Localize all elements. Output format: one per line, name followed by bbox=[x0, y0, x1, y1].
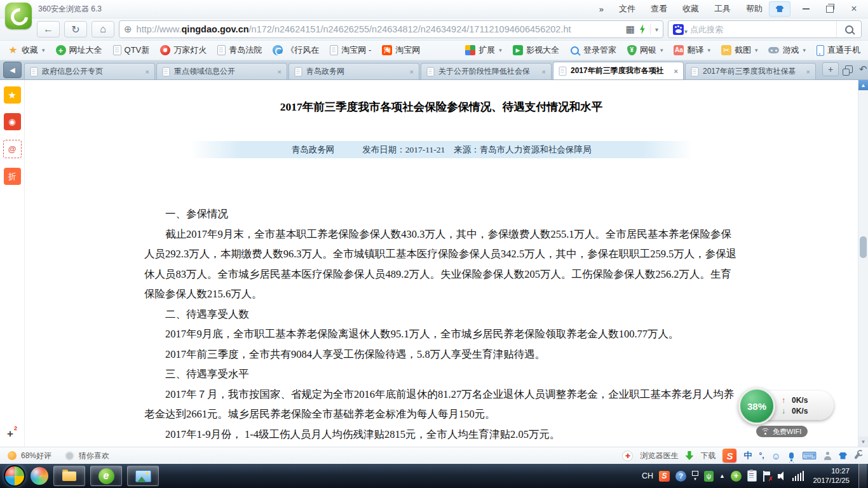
sidebar-weibo-button[interactable]: ◉ bbox=[4, 113, 21, 130]
bookmark-qtv[interactable]: QTV新 bbox=[113, 44, 150, 56]
duplicate-tab-button[interactable] bbox=[845, 65, 853, 73]
menu-view[interactable]: 查看 bbox=[651, 3, 667, 15]
ime-punctuation-toggle[interactable]: °, bbox=[759, 451, 764, 460]
bookmark-site-nav[interactable]: + 网址大全 bbox=[56, 44, 102, 56]
tab-gov-info[interactable]: 政府信息公开专页 × bbox=[24, 63, 155, 79]
tab-close-icon[interactable]: × bbox=[410, 68, 414, 76]
bookmark-taobao[interactable]: 淘 淘宝网 bbox=[382, 44, 420, 56]
search-button[interactable] bbox=[836, 21, 861, 37]
network-signal-icon[interactable] bbox=[792, 471, 804, 481]
sidebar-favorites-button[interactable]: ★ bbox=[4, 86, 21, 104]
taskbar-clock[interactable]: 10:27 2017/12/25 bbox=[813, 466, 850, 485]
skin-button[interactable] bbox=[769, 1, 790, 17]
minimize-button[interactable] bbox=[796, 2, 816, 16]
start-button[interactable] bbox=[4, 465, 25, 487]
scrollbar-thumb[interactable] bbox=[860, 236, 867, 258]
netbank-button[interactable]: ¥ 网银 ▾ bbox=[627, 44, 663, 56]
taskbar-explorer-button[interactable] bbox=[53, 466, 85, 486]
video-hub-button[interactable]: ▶ 影视大全 bbox=[513, 44, 559, 56]
sogou-ime-icon[interactable]: S bbox=[722, 449, 736, 463]
tray-sogou-icon[interactable]: S bbox=[659, 471, 670, 482]
tab-social-insurance-notice[interactable]: 关于公开阶段性降低社会保 × bbox=[421, 63, 552, 79]
bookmark-wanjia[interactable]: 万家灯火 bbox=[160, 44, 207, 56]
menu-tools[interactable]: 工具 bbox=[714, 3, 731, 15]
baidu-paw-icon[interactable] bbox=[673, 24, 684, 35]
scrollbar[interactable]: ▲ ▼ bbox=[858, 80, 868, 447]
sidebar-taobao-deals-button[interactable]: 折 bbox=[4, 168, 21, 185]
tray-ime-toolbar-icon[interactable]: ▾ bbox=[692, 471, 698, 481]
blue-globe-icon bbox=[273, 45, 283, 55]
wrench-icon[interactable] bbox=[854, 452, 860, 459]
extensions-button[interactable]: 扩展 ▾ bbox=[465, 44, 502, 56]
home-button[interactable]: ⌂ bbox=[92, 21, 114, 37]
tab-close-icon[interactable]: × bbox=[278, 68, 281, 76]
login-manager-button[interactable]: 登录管家 bbox=[570, 44, 616, 56]
network-speed-widget[interactable]: ↑0K/s ↓0K/s 38% 免费WIFI bbox=[738, 388, 835, 438]
bookmark-favorites[interactable]: ★ 收藏 ▾ bbox=[8, 44, 45, 56]
phone-link-button[interactable]: 直通手机 bbox=[817, 44, 860, 56]
tray-360-icon[interactable]: + bbox=[731, 471, 742, 482]
tab-qingdao-gov[interactable]: 青岛政务网 × bbox=[288, 63, 419, 79]
translate-button[interactable]: Aa 翻译 ▾ bbox=[674, 44, 710, 56]
scroll-down-button[interactable]: ▼ bbox=[858, 437, 868, 447]
close-button[interactable]: × bbox=[844, 2, 864, 16]
tray-help-icon[interactable]: ? bbox=[675, 471, 686, 482]
free-wifi-button[interactable]: 免费WIFI bbox=[756, 426, 808, 437]
account-icon[interactable] bbox=[824, 452, 832, 460]
suggestions-button[interactable]: 猜你喜欢 bbox=[79, 451, 109, 461]
sidebar-add-button[interactable]: +2 bbox=[0, 428, 24, 440]
volume-icon[interactable] bbox=[778, 471, 787, 480]
reopen-closed-tab-button[interactable]: ↶ bbox=[859, 64, 867, 75]
taskbar-sogou-icon[interactable] bbox=[31, 467, 48, 485]
url-text[interactable]: http://www.qingdao.gov.cn/n172/n24624151… bbox=[137, 24, 621, 34]
keyboard-icon[interactable]: ⌨ bbox=[802, 450, 817, 462]
download-icon[interactable] bbox=[685, 451, 693, 460]
action-center-icon[interactable] bbox=[747, 470, 757, 482]
taskbar-360-browser-button[interactable]: e bbox=[90, 466, 122, 486]
emoji-icon[interactable]: ☺ bbox=[771, 451, 781, 461]
ime-language-toggle[interactable]: 中 bbox=[743, 450, 752, 461]
tab-q3-social-fund[interactable]: 2017年前三季度我市社保基 × bbox=[685, 63, 816, 79]
usb-device-icon[interactable]: ψ bbox=[704, 471, 714, 482]
show-desktop-button[interactable] bbox=[858, 464, 867, 488]
system-flag-alert-icon[interactable]: ✗ bbox=[763, 471, 772, 482]
browser-doctor-icon[interactable]: ✚ bbox=[622, 451, 633, 461]
new-tab-button[interactable]: + bbox=[822, 62, 839, 76]
mic-icon[interactable] bbox=[789, 452, 794, 459]
search-engine-dropdown-icon[interactable]: ▾ bbox=[684, 28, 688, 35]
refresh-button[interactable]: ↻ bbox=[64, 21, 87, 37]
tab-q3-insurance-active[interactable]: 2017年前三季度我市各项社 × bbox=[553, 62, 684, 79]
menu-help[interactable]: 帮助 bbox=[746, 3, 763, 15]
menu-overflow-icon[interactable]: » bbox=[599, 4, 604, 14]
download-button[interactable]: 下载 bbox=[700, 451, 715, 461]
restore-button[interactable] bbox=[820, 2, 840, 16]
bookmark-taobao-doc[interactable]: 淘宝网 - bbox=[330, 44, 371, 56]
screenshot-button[interactable]: ✂ 截图 ▾ bbox=[721, 44, 758, 56]
menu-file[interactable]: 文件 bbox=[619, 3, 635, 15]
bookmark-xingfeng[interactable]: 《行风在 bbox=[273, 44, 319, 56]
taskbar-image-viewer-button[interactable] bbox=[127, 466, 159, 486]
scroll-up-button[interactable]: ▲ bbox=[858, 80, 868, 90]
tab-close-icon[interactable]: × bbox=[542, 68, 546, 76]
url-dropdown-icon[interactable]: ▾ bbox=[655, 26, 658, 33]
qr-code-icon[interactable]: ▦ bbox=[626, 24, 635, 35]
browser-doctor-button[interactable]: 浏览器医生 bbox=[640, 451, 678, 461]
tab-close-icon[interactable]: × bbox=[674, 67, 678, 75]
search-input[interactable] bbox=[689, 24, 836, 35]
speed-mode-icon[interactable] bbox=[639, 24, 646, 34]
back-button[interactable]: ← bbox=[37, 21, 60, 37]
tab-close-icon[interactable]: × bbox=[806, 68, 810, 76]
ime-skin-icon[interactable] bbox=[839, 452, 847, 459]
tab-close-icon[interactable]: × bbox=[146, 68, 149, 76]
address-bar[interactable]: ⊕ http://www.qingdao.gov.cn/n172/n246241… bbox=[119, 20, 663, 38]
sidebar-mention-button[interactable]: @ bbox=[3, 140, 22, 158]
tray-expand-icon[interactable]: ▲ bbox=[719, 473, 725, 479]
games-button[interactable]: 游戏 ▾ bbox=[768, 44, 806, 56]
tab-key-areas[interactable]: 重点领域信息公开 × bbox=[156, 63, 287, 79]
tab-list-button[interactable]: ◀ bbox=[3, 62, 22, 78]
menu-favorites[interactable]: 收藏 bbox=[682, 3, 699, 15]
memory-percent-badge[interactable]: 38% bbox=[738, 388, 775, 424]
tray-language-indicator[interactable]: CH bbox=[642, 471, 653, 480]
site-rating[interactable]: 68%好评 bbox=[21, 451, 51, 461]
bookmark-court[interactable]: 青岛法院 bbox=[217, 44, 262, 56]
